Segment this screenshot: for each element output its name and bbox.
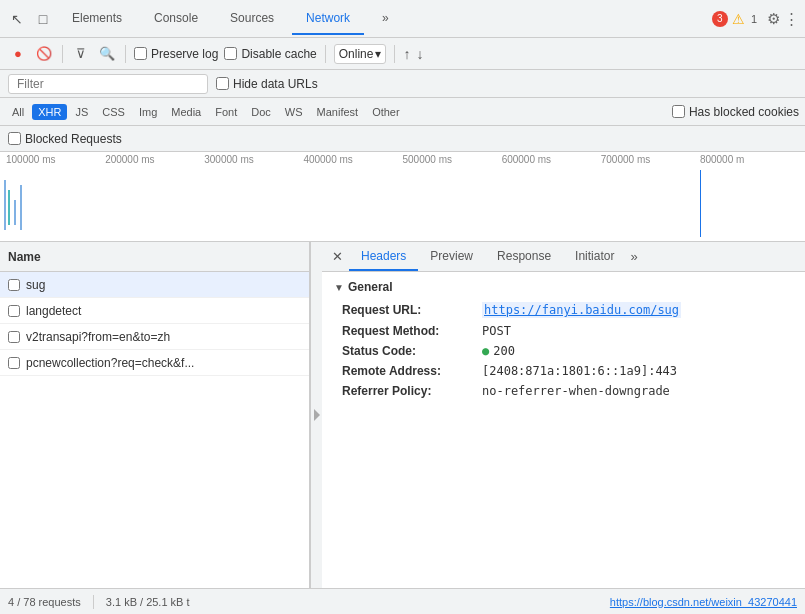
timeline-bar-3 [14,200,16,225]
timeline: 100000 ms 200000 ms 300000 ms 400000 ms … [0,152,805,242]
request-list[interactable]: sug langdetect v2transapi?from=en&to=zh … [0,272,309,588]
type-manifest[interactable]: Manifest [311,104,365,120]
tab-console[interactable]: Console [140,3,212,35]
timeline-tick [700,170,701,237]
type-doc[interactable]: Doc [245,104,277,120]
type-other[interactable]: Other [366,104,406,120]
tab-sources[interactable]: Sources [216,3,288,35]
tab-elements[interactable]: Elements [58,3,136,35]
detail-row-referrer: Referrer Policy: no-referrer-when-downgr… [334,384,793,398]
transfer-size: 3.1 kB / 25.1 kB t [106,596,190,608]
type-css[interactable]: CSS [96,104,131,120]
request-checkbox-v2transapi[interactable] [8,331,20,343]
detail-row-url: Request URL: https://fanyi.baidu.com/sug [334,302,793,318]
disable-cache-label[interactable]: Disable cache [224,47,316,61]
filterbar: Hide data URLs [0,70,805,98]
tab-initiator[interactable]: Initiator [563,243,626,271]
type-img[interactable]: Img [133,104,163,120]
blockedbar: Blocked Requests [0,126,805,152]
more-options-icon[interactable]: ⋮ [784,10,799,28]
csdn-link[interactable]: https://blog.csdn.net/weixin_43270441 [610,596,797,608]
filter-input[interactable] [8,74,208,94]
request-item-v2transapi[interactable]: v2transapi?from=en&to=zh [0,324,309,350]
error-badge: 3 [712,11,728,27]
request-checkbox-langdetect[interactable] [8,305,20,317]
tab-response[interactable]: Response [485,243,563,271]
typebar: All XHR JS CSS Img Media Font Doc WS Man… [0,98,805,126]
request-url-label: Request URL: [342,303,482,317]
request-item-sug[interactable]: sug [0,272,309,298]
detail-row-method: Request Method: POST [334,324,793,338]
request-url-value[interactable]: https://fanyi.baidu.com/sug [482,302,681,318]
timeline-label-7: 700000 ms [601,154,700,165]
detail-row-remote: Remote Address: [2408:871a:1801:6::1a9]:… [334,364,793,378]
resize-triangle-icon [314,409,320,421]
hide-data-urls-checkbox[interactable] [216,77,229,90]
tab-more[interactable]: » [368,3,403,35]
right-content: General Request URL: https://fanyi.baidu… [322,272,805,588]
upload-icon[interactable]: ↑ [403,46,410,62]
divider-4 [394,45,395,63]
has-blocked-cookies-label[interactable]: Has blocked cookies [672,105,799,119]
inspect-icon[interactable]: □ [32,8,54,30]
status-divider [93,595,94,609]
type-font[interactable]: Font [209,104,243,120]
download-icon[interactable]: ↓ [416,46,423,62]
tab-preview[interactable]: Preview [418,243,485,271]
main-content: Name sug langdetect v2transapi?from=en&t… [0,242,805,588]
request-checkbox-pcnew[interactable] [8,357,20,369]
resize-handle[interactable] [310,242,322,588]
detail-row-status: Status Code: 200 [334,344,793,358]
search-icon[interactable]: 🔍 [97,44,117,64]
tab-headers[interactable]: Headers [349,243,418,271]
cursor-icon[interactable]: ↖ [6,8,28,30]
request-item-pcnew[interactable]: pcnewcollection?req=check&f... [0,350,309,376]
left-header: Name [0,242,309,272]
toolbar: ● 🚫 ⊽ 🔍 Preserve log Disable cache Onlin… [0,38,805,70]
timeline-bar-4 [20,185,22,230]
tabs-more-icon[interactable]: » [626,249,641,264]
online-select[interactable]: Online ▾ [334,44,387,64]
timeline-bar-2 [8,190,10,225]
type-js[interactable]: JS [69,104,94,120]
timeline-label-3: 300000 ms [204,154,303,165]
type-media[interactable]: Media [165,104,207,120]
tab-network[interactable]: Network [292,3,364,35]
right-panel: ✕ Headers Preview Response Initiator » G… [322,242,805,588]
divider-1 [62,45,63,63]
preserve-log-checkbox[interactable] [134,47,147,60]
filter-icon[interactable]: ⊽ [71,44,91,64]
type-ws[interactable]: WS [279,104,309,120]
timeline-bar-1 [4,180,6,230]
timeline-label-6: 600000 ms [502,154,601,165]
left-panel: Name sug langdetect v2transapi?from=en&t… [0,242,310,588]
timeline-bars [0,170,805,237]
settings-icon[interactable]: ⚙ [767,10,780,28]
statusbar: 4 / 78 requests 3.1 kB / 25.1 kB t https… [0,588,805,614]
request-checkbox-sug[interactable] [8,279,20,291]
topbar: ↖ □ Elements Console Sources Network » 3… [0,0,805,38]
hide-data-urls-label[interactable]: Hide data URLs [216,77,318,91]
timeline-label-2: 200000 ms [105,154,204,165]
tab-close-button[interactable]: ✕ [326,249,349,264]
timeline-label-8: 800000 m [700,154,799,165]
remote-address-label: Remote Address: [342,364,482,378]
has-blocked-cookies-checkbox[interactable] [672,105,685,118]
referrer-policy-label: Referrer Policy: [342,384,482,398]
request-method-label: Request Method: [342,324,482,338]
preserve-log-label[interactable]: Preserve log [134,47,218,61]
blocked-requests-checkbox[interactable] [8,132,21,145]
timeline-label-4: 400000 ms [303,154,402,165]
divider-2 [125,45,126,63]
disable-cache-checkbox[interactable] [224,47,237,60]
request-method-value: POST [482,324,511,338]
type-xhr[interactable]: XHR [32,104,67,120]
warn-count: 1 [751,13,757,25]
record-button[interactable]: ● [8,44,28,64]
warn-icon: ⚠ [732,11,745,27]
request-item-langdetect[interactable]: langdetect [0,298,309,324]
timeline-label-1: 100000 ms [6,154,105,165]
remote-address-value: [2408:871a:1801:6::1a9]:443 [482,364,677,378]
type-all[interactable]: All [6,104,30,120]
clear-button[interactable]: 🚫 [34,44,54,64]
